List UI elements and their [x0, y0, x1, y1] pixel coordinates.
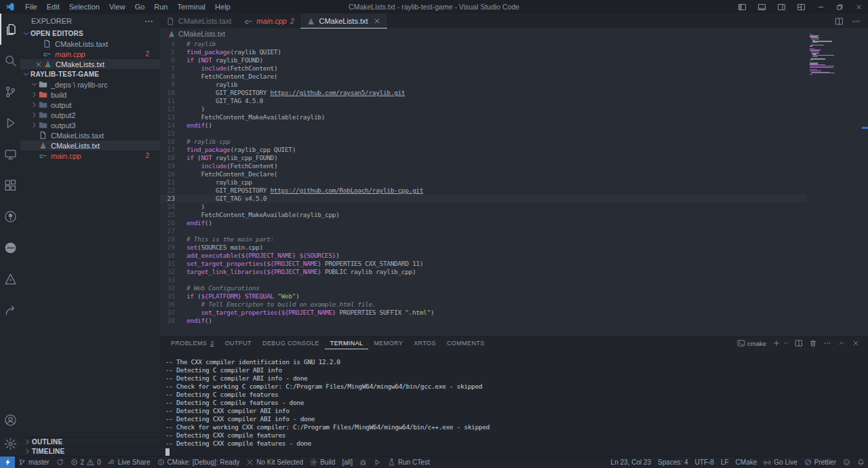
code-line[interactable]: 25 FetchContent_MakeAvailable(raylib_cpp…: [160, 211, 868, 219]
open-editor-item[interactable]: C++main.cpp2: [20, 49, 160, 59]
restore-button[interactable]: [830, 0, 849, 14]
code-line[interactable]: 31set_target_properties(${PROJECT_NAME} …: [160, 260, 868, 268]
status-notifications[interactable]: [854, 456, 868, 468]
new-terminal-icon[interactable]: [772, 339, 781, 347]
customize-layout-icon[interactable]: [797, 3, 806, 12]
status-feedback[interactable]: [840, 456, 854, 468]
status-go-live[interactable]: Go Live: [760, 456, 800, 468]
status-git-sync[interactable]: [53, 456, 67, 468]
code-editor[interactable]: 4# raylib5find_package(raylib QUIET)6if …: [160, 39, 868, 336]
code-line[interactable]: 27: [160, 227, 868, 235]
menu-selection[interactable]: Selection: [64, 0, 104, 14]
code-line[interactable]: 26endif(): [160, 219, 868, 227]
activity-json-tool-icon[interactable]: Json: [0, 232, 20, 263]
panel-tab-output[interactable]: OUTPUT: [220, 337, 257, 349]
activity-settings-icon[interactable]: [0, 432, 20, 456]
tree-item[interactable]: CMakeLists.txt: [20, 140, 160, 151]
menu-file[interactable]: File: [20, 0, 42, 14]
status-cursor-position[interactable]: Ln 23, Col 23: [608, 456, 655, 468]
code-line[interactable]: 7 include(FetchContent): [160, 64, 868, 73]
code-line[interactable]: 8 FetchContent_Declare(: [160, 73, 868, 81]
outline-header[interactable]: OUTLINE: [20, 437, 160, 446]
code-line[interactable]: 10 GIT_REPOSITORY https://github.com/ray…: [160, 89, 868, 97]
status-build-target[interactable]: [all]: [338, 456, 356, 468]
minimap[interactable]: [810, 34, 852, 75]
activity-remote-explorer-icon[interactable]: [0, 138, 20, 170]
code-line[interactable]: 34# Web Configurations: [160, 284, 868, 292]
activity-run-and-debug-icon[interactable]: [0, 107, 20, 138]
status-live-share[interactable]: Live Share: [104, 456, 154, 468]
menu-view[interactable]: View: [104, 0, 130, 14]
tree-item[interactable]: _deps \ raylib-src: [20, 79, 160, 90]
code-line[interactable]: 4# raylib: [160, 40, 868, 48]
status-cmake-build[interactable]: Build: [307, 456, 338, 468]
status-launch-target[interactable]: [370, 456, 384, 468]
editor-tab[interactable]: CMakeLists.txt: [300, 14, 387, 28]
code-line[interactable]: 9 raylib: [160, 81, 868, 89]
code-line[interactable]: 37 set_target_properties(${PROJECT_NAME}…: [160, 309, 868, 317]
code-line[interactable]: 18if (NOT raylib_cpp_FOUND): [160, 154, 868, 162]
code-line[interactable]: 12 ): [160, 105, 868, 113]
kill-terminal-icon[interactable]: [809, 339, 817, 347]
explorer-more-actions-icon[interactable]: [144, 16, 154, 26]
code-line[interactable]: 29set(SOURCES main.cpp): [160, 243, 868, 252]
code-line[interactable]: 33: [160, 276, 868, 284]
code-line[interactable]: 13 FetchContent_MakeAvailable(raylib): [160, 113, 868, 121]
panel-tab-comments[interactable]: COMMENTS: [441, 337, 490, 349]
tree-item[interactable]: C++main.cpp2: [20, 151, 160, 161]
activity-cmake-tool-icon[interactable]: [0, 263, 20, 294]
menu-run[interactable]: Run: [149, 0, 172, 14]
code-line[interactable]: 36 # Tell Emscripten to build on example…: [160, 300, 868, 309]
editor-tab[interactable]: CMakeLists.taxt: [160, 14, 238, 28]
status-encoding[interactable]: UTF-8: [692, 456, 717, 468]
toggle-sidebar-icon[interactable]: [738, 3, 747, 12]
activity-extensions-icon[interactable]: [0, 170, 20, 201]
terminal-output[interactable]: -- The CXX compiler identification is GN…: [160, 349, 868, 456]
tree-item[interactable]: output3: [20, 120, 160, 130]
editor-tab[interactable]: C++main.cpp2: [238, 14, 300, 28]
activity-github-icon[interactable]: [0, 201, 20, 232]
code-line[interactable]: 21 raylib_cpp: [160, 178, 868, 187]
tree-item[interactable]: CMakeLists.taxt: [20, 130, 160, 140]
breadcrumb[interactable]: CMakeLists.txt: [160, 28, 868, 39]
maximize-panel-icon[interactable]: [837, 339, 846, 347]
toggle-panel-icon[interactable]: [757, 3, 766, 12]
status-problems-summary[interactable]: 20: [67, 456, 104, 468]
status-cmake-kit[interactable]: No Kit Selected: [243, 456, 307, 468]
code-line[interactable]: 15: [160, 130, 868, 138]
code-line[interactable]: 17find_package(raylib_cpp QUIET): [160, 146, 868, 154]
panel-tab-xrtos[interactable]: XRTOS: [408, 337, 441, 349]
code-line[interactable]: 32target_link_libraries(${PROJECT_NAME} …: [160, 268, 868, 276]
status-remote-indicator[interactable]: [0, 456, 15, 468]
open-editor-item[interactable]: CMakeLists.taxt: [20, 39, 160, 49]
status-git-branch[interactable]: master: [15, 456, 53, 468]
code-line[interactable]: 38endif(): [160, 317, 868, 325]
toggle-secondary-sidebar-icon[interactable]: [777, 3, 786, 12]
menu-go[interactable]: Go: [130, 0, 150, 14]
close-panel-icon[interactable]: [852, 339, 860, 347]
open-editor-item[interactable]: CMakeLists.txt: [20, 59, 160, 69]
code-line[interactable]: 14endif(): [160, 121, 868, 130]
status-prettier[interactable]: Prettier: [801, 456, 840, 468]
split-terminal-icon[interactable]: [795, 339, 803, 347]
close-icon[interactable]: [373, 17, 381, 25]
tree-item[interactable]: output2: [20, 110, 160, 120]
status-language-mode[interactable]: CMake: [732, 456, 761, 468]
panel-tab-debug-console[interactable]: DEBUG CONSOLE: [257, 337, 325, 349]
panel-tab-memory[interactable]: MEMORY: [368, 337, 408, 349]
code-line[interactable]: 19 include(FetchContent): [160, 162, 868, 170]
tree-item[interactable]: output: [20, 100, 160, 110]
code-line[interactable]: 24 ): [160, 203, 868, 211]
menu-edit[interactable]: Edit: [42, 0, 64, 14]
terminal-instance[interactable]: cmake: [737, 339, 766, 347]
code-line[interactable]: 16# raylib-cpp: [160, 138, 868, 146]
activity-account-icon[interactable]: [0, 408, 20, 432]
open-editors-header[interactable]: OPEN EDITORS: [20, 28, 160, 39]
status-cmake-variant[interactable]: CMake: [Debug]: Ready: [154, 456, 243, 468]
code-line[interactable]: 20 FetchContent_Declare(: [160, 170, 868, 178]
terminal-dropdown-icon[interactable]: [783, 339, 789, 347]
workspace-header[interactable]: RAYLIB-TEST-GAME: [20, 69, 160, 79]
tree-item[interactable]: build: [20, 90, 160, 100]
menu-terminal[interactable]: Terminal: [173, 0, 211, 14]
panel-more-actions-icon[interactable]: [823, 339, 831, 347]
